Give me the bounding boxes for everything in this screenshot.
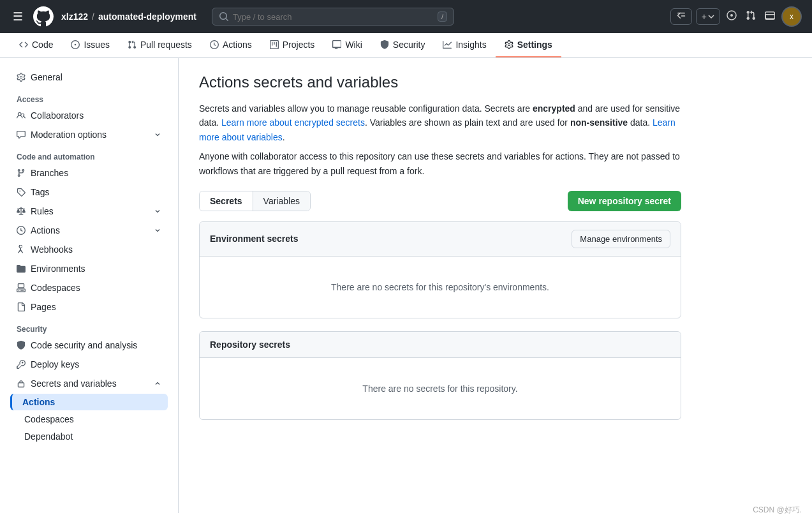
sidebar-code-security-label: Code security and analysis bbox=[31, 340, 137, 350]
rules-icon bbox=[17, 207, 26, 216]
sidebar-item-actions[interactable]: Actions bbox=[10, 221, 168, 239]
search-input[interactable] bbox=[233, 12, 434, 22]
hamburger-button[interactable]: ☰ bbox=[10, 7, 26, 26]
tab-variables-button[interactable]: Variables bbox=[253, 191, 310, 211]
tab-security[interactable]: Security bbox=[371, 33, 434, 57]
branches-icon bbox=[17, 168, 26, 177]
sidebar-item-moderation[interactable]: Moderation options bbox=[10, 126, 168, 144]
desc-part5: . bbox=[283, 132, 285, 142]
sidebar-webhooks-label: Webhooks bbox=[31, 244, 73, 255]
svg-point-1 bbox=[730, 14, 733, 17]
tab-issues[interactable]: Issues bbox=[62, 33, 118, 57]
avatar[interactable]: x bbox=[781, 6, 802, 27]
sidebar-sub-dependabot-label: Dependabot bbox=[24, 431, 73, 442]
chevron-down-icon bbox=[708, 13, 714, 20]
repo-link[interactable]: automated-deployment bbox=[98, 11, 196, 22]
sidebar-sub-item-dependabot[interactable]: Dependabot bbox=[10, 428, 168, 445]
actions-tab-icon bbox=[210, 40, 219, 49]
tab-secrets-button[interactable]: Secrets bbox=[200, 191, 253, 211]
search-icon bbox=[219, 11, 229, 22]
tab-insights[interactable]: Insights bbox=[434, 33, 495, 57]
tab-pr-label: Pull requests bbox=[140, 40, 192, 50]
code-security-icon bbox=[17, 341, 26, 350]
sidebar-deploy-keys-label: Deploy keys bbox=[31, 359, 79, 369]
pr-icon bbox=[746, 10, 756, 20]
add-button[interactable]: + bbox=[696, 8, 720, 25]
sidebar-branches-label: Branches bbox=[31, 168, 68, 178]
moderation-icon bbox=[17, 130, 26, 139]
deploy-keys-icon bbox=[17, 360, 26, 369]
sidebar-item-tags[interactable]: Tags bbox=[10, 183, 168, 201]
desc-bold1: encrypted bbox=[533, 103, 575, 114]
sidebar-item-rules[interactable]: Rules bbox=[10, 202, 168, 220]
sidebar-section-code-automation: Code and automation bbox=[10, 145, 168, 164]
tab-projects[interactable]: Projects bbox=[261, 33, 324, 57]
pull-request-button[interactable] bbox=[743, 8, 758, 26]
tab-security-label: Security bbox=[393, 40, 425, 50]
description-box: Secrets and variables allow you to manag… bbox=[199, 101, 681, 178]
moderation-chevron-icon bbox=[154, 131, 161, 138]
desc-bold2: non-sensitive bbox=[570, 117, 628, 128]
sidebar-item-branches[interactable]: Branches bbox=[10, 164, 168, 182]
settings-icon bbox=[505, 40, 513, 49]
sidebar-item-code-security[interactable]: Code security and analysis bbox=[10, 336, 168, 354]
tab-projects-label: Projects bbox=[283, 40, 315, 50]
collaborators-icon bbox=[17, 111, 26, 120]
tab-pullrequests[interactable]: Pull requests bbox=[119, 33, 201, 57]
wiki-icon bbox=[332, 40, 341, 49]
search-kbd: / bbox=[438, 11, 447, 22]
general-icon bbox=[17, 73, 26, 82]
tabs-toolbar: Secrets Variables New repository secret bbox=[199, 191, 681, 211]
tab-insights-label: Insights bbox=[455, 40, 486, 50]
tags-icon bbox=[17, 188, 26, 197]
tab-settings[interactable]: Settings bbox=[496, 33, 561, 57]
webhooks-icon bbox=[17, 245, 26, 254]
sidebar-item-secrets-variables[interactable]: Secrets and variables bbox=[10, 375, 168, 392]
username-link[interactable]: xlz122 bbox=[61, 11, 88, 22]
sidebar-codespaces-label: Codespaces bbox=[31, 283, 80, 293]
sidebar-collaborators-label: Collaborators bbox=[31, 110, 84, 121]
sidebar-item-pages[interactable]: Pages bbox=[10, 298, 168, 316]
sidebar-item-collaborators[interactable]: Collaborators bbox=[10, 107, 168, 124]
desc-part4: data. bbox=[628, 117, 653, 128]
tab-issues-label: Issues bbox=[84, 40, 109, 50]
sidebar-item-codespaces[interactable]: Codespaces bbox=[10, 279, 168, 297]
desc-part3: . Variables are shown as plain text and … bbox=[365, 117, 570, 128]
sidebar-moderation-label: Moderation options bbox=[31, 130, 107, 140]
sidebar: General Access Collaborators Moderation … bbox=[0, 58, 179, 513]
actions-sidebar-icon bbox=[17, 226, 26, 235]
sidebar-section-access: Access bbox=[10, 87, 168, 107]
plus-icon: + bbox=[702, 11, 707, 22]
learn-more-encrypted-link[interactable]: Learn more about encrypted secrets bbox=[221, 117, 365, 128]
sidebar-item-deploy-keys[interactable]: Deploy keys bbox=[10, 355, 168, 373]
sidebar-pages-label: Pages bbox=[31, 302, 56, 312]
sidebar-item-general[interactable]: General bbox=[10, 68, 168, 86]
new-repository-secret-button[interactable]: New repository secret bbox=[568, 191, 681, 211]
tab-code-label: Code bbox=[32, 40, 53, 50]
insights-icon bbox=[443, 40, 452, 49]
tab-code[interactable]: Code bbox=[10, 33, 62, 57]
sidebar-secrets-label: Secrets and variables bbox=[31, 378, 117, 389]
sidebar-item-webhooks[interactable]: Webhooks bbox=[10, 241, 168, 258]
issue-indicator-button[interactable] bbox=[724, 8, 739, 26]
terminal-button[interactable] bbox=[670, 8, 692, 25]
environments-icon bbox=[17, 264, 26, 273]
repository-secrets-title: Repository secrets bbox=[210, 339, 290, 350]
manage-environments-button[interactable]: Manage environments bbox=[572, 230, 670, 248]
terminal-icon bbox=[676, 11, 686, 22]
inbox-button[interactable] bbox=[762, 8, 778, 26]
code-icon bbox=[19, 40, 28, 49]
pr-tab-icon bbox=[128, 40, 137, 49]
tab-wiki[interactable]: Wiki bbox=[323, 33, 371, 57]
sidebar-item-environments[interactable]: Environments bbox=[10, 260, 168, 278]
sidebar-sub-item-codespaces[interactable]: Codespaces bbox=[10, 411, 168, 428]
rules-chevron-icon bbox=[154, 207, 161, 215]
tab-actions-label: Actions bbox=[223, 40, 252, 50]
sidebar-general-label: General bbox=[31, 72, 63, 82]
tab-actions[interactable]: Actions bbox=[201, 33, 261, 57]
page-layout: General Access Collaborators Moderation … bbox=[0, 58, 812, 513]
desc-part1: Secrets and variables allow you to manag… bbox=[199, 103, 533, 114]
top-nav: ☰ xlz122 / automated-deployment / + bbox=[0, 0, 812, 33]
sidebar-sub-item-actions[interactable]: Actions bbox=[10, 394, 168, 410]
codespaces-icon bbox=[17, 283, 26, 292]
